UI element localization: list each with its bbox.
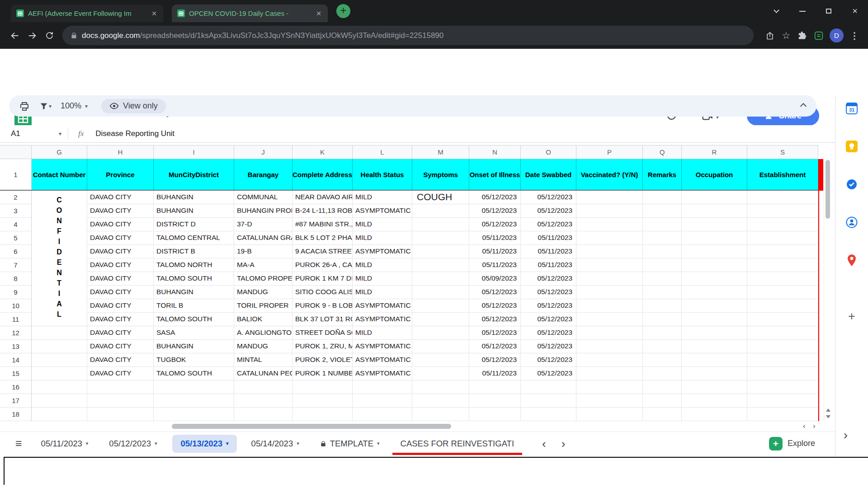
column-header-N[interactable]: N <box>469 145 521 159</box>
cell[interactable] <box>682 394 747 408</box>
window-chevron-button[interactable] <box>763 0 789 22</box>
column-header-O[interactable]: O <box>521 145 576 159</box>
cell[interactable] <box>154 380 234 394</box>
cell[interactable]: BUHANGIN <box>154 204 234 218</box>
row-number-8[interactable]: 8 <box>0 272 32 286</box>
cell[interactable]: TUGBOK <box>154 353 234 367</box>
explore-button[interactable]: + Explore <box>769 437 815 450</box>
cell[interactable] <box>682 380 747 394</box>
cell[interactable]: #87 MABINI STR., I <box>292 218 353 231</box>
cell[interactable] <box>412 245 469 258</box>
cell[interactable] <box>412 340 469 353</box>
cell[interactable]: 05/11/2023 <box>521 245 576 258</box>
cell[interactable] <box>643 204 682 218</box>
cell[interactable] <box>576 231 643 245</box>
new-tab-button[interactable]: + <box>336 4 350 18</box>
name-box[interactable]: A1 ▾ <box>0 129 68 138</box>
cell[interactable]: TORIL PROPER <box>234 299 292 313</box>
forward-button[interactable] <box>24 27 41 44</box>
all-sheets-icon[interactable]: ≡ <box>15 438 22 449</box>
cell[interactable]: 05/11/2023 <box>521 258 576 272</box>
cell[interactable]: 05/12/2023 <box>521 286 576 299</box>
cell[interactable] <box>747 245 818 258</box>
column-header-K[interactable]: K <box>292 145 353 159</box>
cell[interactable] <box>87 380 154 394</box>
cell[interactable] <box>682 367 747 380</box>
cell[interactable] <box>576 286 643 299</box>
cell[interactable] <box>747 367 818 380</box>
zoom-control[interactable]: 100% ▾ <box>61 101 88 111</box>
cell[interactable] <box>576 326 643 340</box>
cell[interactable] <box>576 204 643 218</box>
cell[interactable]: PUROK 1 NUMBER <box>292 367 353 380</box>
cell[interactable]: PUROK 1 KM 7 DIV <box>292 272 353 286</box>
sheet-tab-template[interactable]: TEMPLATE▾ <box>312 432 388 455</box>
cell[interactable]: DAVAO CITY <box>87 313 154 326</box>
cell[interactable] <box>643 394 682 408</box>
cell[interactable] <box>234 394 292 408</box>
cell[interactable] <box>412 272 469 286</box>
cell[interactable]: 05/12/2023 <box>469 218 521 231</box>
row-number-11[interactable]: 11 <box>0 313 32 326</box>
column-header-P[interactable]: P <box>576 145 643 159</box>
cell[interactable]: MILD <box>353 231 412 245</box>
vertical-scrollbar[interactable] <box>824 159 830 422</box>
cell[interactable]: BUHANGIN PROP <box>234 204 292 218</box>
cell[interactable] <box>643 326 682 340</box>
cell[interactable]: 05/12/2023 <box>469 286 521 299</box>
view-only-chip[interactable]: View only <box>101 99 166 113</box>
cell[interactable]: 05/09/2023 <box>469 272 521 286</box>
cell[interactable]: STREET DOÑA SC <box>292 326 353 340</box>
cell[interactable] <box>643 340 682 353</box>
cell[interactable] <box>412 408 469 421</box>
tasks-icon[interactable] <box>846 178 858 190</box>
reload-button[interactable] <box>41 27 58 44</box>
cell[interactable]: 05/12/2023 <box>521 191 576 204</box>
cell[interactable] <box>682 326 747 340</box>
scroll-right-icon[interactable]: › <box>813 422 816 431</box>
print-icon[interactable] <box>19 101 30 112</box>
cell[interactable] <box>292 394 353 408</box>
cell[interactable]: SITIO COOG ALISA <box>292 286 353 299</box>
cell[interactable]: TALOMO SOUTH <box>154 367 234 380</box>
cell[interactable]: DAVAO CITY <box>87 218 154 231</box>
cell[interactable]: MA-A <box>234 258 292 272</box>
maps-icon[interactable] <box>846 254 858 266</box>
row-number-10[interactable]: 10 <box>0 299 32 313</box>
cell[interactable] <box>412 353 469 367</box>
column-header-I[interactable]: I <box>154 145 234 159</box>
sheet-tab-05-11-2023[interactable]: 05/11/2023▾ <box>33 432 97 455</box>
bookmark-star-icon[interactable]: ☆ <box>778 28 794 44</box>
header-cell[interactable]: Date Swabbed <box>521 159 576 190</box>
sheet-tab-05-14-2023[interactable]: 05/14/2023▾ <box>243 432 307 455</box>
row-number-14[interactable]: 14 <box>0 353 32 367</box>
cell[interactable]: SASA <box>154 326 234 340</box>
window-close-button[interactable]: × <box>842 0 868 22</box>
cell[interactable]: A. ANGLIONGTO S <box>234 326 292 340</box>
cell[interactable] <box>87 408 154 421</box>
cell[interactable] <box>643 258 682 272</box>
cell[interactable]: 05/12/2023 <box>521 367 576 380</box>
cell[interactable]: B-24 L-11,13 ROBI <box>292 204 353 218</box>
cell[interactable] <box>32 367 87 380</box>
cell[interactable] <box>682 258 747 272</box>
cell[interactable] <box>412 299 469 313</box>
cell[interactable] <box>576 408 643 421</box>
row-number-1[interactable]: 1 <box>0 159 32 190</box>
cell[interactable] <box>747 258 818 272</box>
cell[interactable]: PUROK 9 - B LOBO <box>292 299 353 313</box>
cell[interactable]: CATALUNAN PEQ <box>234 367 292 380</box>
cell[interactable]: ASYMPTOMATIC <box>353 340 412 353</box>
cell[interactable] <box>154 408 234 421</box>
cell[interactable] <box>32 408 87 421</box>
cell[interactable]: ASYMPTOMATIC <box>353 313 412 326</box>
cell[interactable] <box>576 191 643 204</box>
cell[interactable] <box>747 272 818 286</box>
cell[interactable] <box>234 380 292 394</box>
cell[interactable] <box>576 258 643 272</box>
cell[interactable]: DAVAO CITY <box>87 204 154 218</box>
cell[interactable]: TORIL B <box>154 299 234 313</box>
cell[interactable]: 05/11/2023 <box>469 258 521 272</box>
cell[interactable]: 05/12/2023 <box>469 353 521 367</box>
cell[interactable] <box>747 353 818 367</box>
